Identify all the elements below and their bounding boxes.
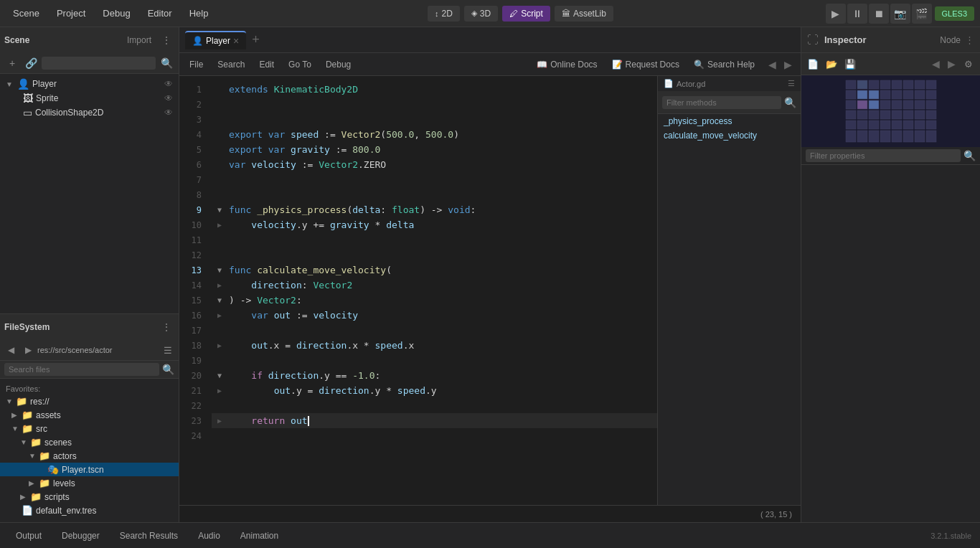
insp-nav-prev[interactable]: ◀ <box>928 57 943 71</box>
nav-prev-icon[interactable]: ◀ <box>765 57 779 72</box>
version-label: 3.2.1.stable <box>930 532 971 540</box>
ln-9: 9 <box>179 202 206 217</box>
method-item-physics[interactable]: _physics_process <box>658 114 801 128</box>
insp-settings-icon[interactable]: ⚙ <box>960 55 977 72</box>
book-icon: 📖 <box>537 60 547 70</box>
menu-scene[interactable]: Scene <box>6 5 47 22</box>
fs-layout-icon[interactable]: ☰ <box>160 342 176 358</box>
fs-item-levels[interactable]: ▶ 📁 levels <box>0 476 179 490</box>
svg-rect-9 <box>846 90 856 99</box>
fs-label-src: src <box>36 424 47 434</box>
svg-rect-4 <box>880 80 890 89</box>
menu-debug[interactable]: Debug <box>95 5 137 22</box>
search-files-input[interactable] <box>4 363 159 376</box>
inspector-header: ⛶ Inspector Node ⋮ <box>801 27 980 53</box>
player-eye-icon[interactable]: 👁 <box>164 79 173 89</box>
filter-methods-search-icon[interactable]: 🔍 <box>784 97 796 108</box>
stop-button[interactable]: ⏹ <box>869 4 889 24</box>
fs-item-assets[interactable]: ▶ 📁 assets <box>0 408 179 422</box>
search-files-icon[interactable]: 🔍 <box>162 364 174 375</box>
filter-nodes-search-icon[interactable]: 🔍 <box>159 55 174 71</box>
camera1-button[interactable]: 📷 <box>890 4 910 24</box>
mode-assetlib[interactable]: 🏛 AssetLib <box>555 6 613 22</box>
menu-editor[interactable]: Editor <box>141 5 179 22</box>
fs-back-button[interactable]: ◀ <box>3 342 19 358</box>
search-help-button[interactable]: 🔍 Search Help <box>689 58 759 71</box>
menu-help[interactable]: Help <box>182 5 216 22</box>
tab-player[interactable]: 👤 Player × <box>185 31 246 49</box>
insp-nav-next[interactable]: ▶ <box>944 57 958 71</box>
fs-forward-button[interactable]: ▶ <box>20 342 36 358</box>
add-node-button[interactable]: + <box>4 55 20 71</box>
fold-20[interactable]: ▼ <box>217 372 229 379</box>
toolbar-debug-btn[interactable]: Debug <box>321 58 355 71</box>
insp-save-icon[interactable]: 💾 <box>842 55 859 72</box>
method-item-calculate[interactable]: calculate_move_velocity <box>658 128 801 143</box>
code-editor[interactable]: extends KinematicBody2D export var speed… <box>212 76 657 505</box>
tab-debugger[interactable]: Debugger <box>55 528 107 544</box>
code-line-22 <box>212 398 657 413</box>
filter-properties-input[interactable] <box>806 149 961 162</box>
toolbar-goto-btn[interactable]: Go To <box>284 58 316 71</box>
menu-project[interactable]: Project <box>50 5 93 22</box>
fs-item-scenes[interactable]: ▼ 📁 scenes <box>0 435 179 449</box>
folder-icon-scenes: 📁 <box>30 437 42 448</box>
nav-arrows: ◀ ▶ <box>765 57 795 72</box>
tree-item-player[interactable]: ▼ 👤 Player 👁 <box>0 77 179 91</box>
fold-9[interactable]: ▼ <box>217 206 229 214</box>
import-button[interactable]: Import <box>123 34 156 47</box>
fs-item-actors[interactable]: ▼ 📁 actors <box>0 449 179 463</box>
fs-item-player-tscn[interactable]: 🎭 Player.tscn <box>0 463 179 476</box>
tab-output[interactable]: Output <box>9 528 49 544</box>
file-scene-icon: 🎭 <box>47 464 59 475</box>
tab-search-results[interactable]: Search Results <box>113 528 185 544</box>
code-line-5: export var gravity := 800.0 <box>212 142 657 157</box>
tab-close-icon[interactable]: × <box>233 35 239 47</box>
tab-animation[interactable]: Animation <box>233 528 286 544</box>
filter-nodes-input[interactable] <box>42 57 156 70</box>
collision-eye-icon[interactable]: 👁 <box>164 108 173 118</box>
expand-icon[interactable]: ⛶ <box>807 34 819 47</box>
tree-item-collision[interactable]: ▭ CollisionShape2D 👁 <box>0 105 179 120</box>
toolbar-file-btn[interactable]: File <box>185 58 207 71</box>
insp-new-icon[interactable]: 📄 <box>804 55 821 72</box>
insp-open-icon[interactable]: 📂 <box>823 55 840 72</box>
fs-more-icon[interactable]: ⋮ <box>159 319 174 335</box>
filter-methods-input[interactable] <box>662 96 781 109</box>
asset-icon: 🏛 <box>562 9 570 19</box>
ln-19: 19 <box>179 353 206 368</box>
tab-add-button[interactable]: + <box>249 32 263 47</box>
fs-item-default-env[interactable]: 📄 default_env.tres <box>0 504 179 517</box>
fs-arrow-levels: ▶ <box>29 479 36 487</box>
online-docs-button[interactable]: 📖 Online Docs <box>532 58 601 71</box>
sprite-eye-icon[interactable]: 👁 <box>164 93 173 103</box>
toolbar-edit-btn[interactable]: Edit <box>255 58 278 71</box>
toolbar-search-btn[interactable]: Search <box>213 58 249 71</box>
request-docs-button[interactable]: 📝 Request Docs <box>608 58 684 71</box>
link-node-button[interactable]: 🔗 <box>23 55 39 71</box>
inspector-more-icon[interactable]: ⋮ <box>965 34 974 45</box>
nav-next-icon[interactable]: ▶ <box>781 57 795 72</box>
inspector-node-button[interactable]: Node <box>936 34 965 47</box>
fs-item-root[interactable]: ▼ 📁 res:// <box>0 395 179 408</box>
fs-item-src[interactable]: ▼ 📁 src <box>0 422 179 435</box>
ln-17: 17 <box>179 323 206 338</box>
play-button[interactable]: ▶ <box>826 4 846 24</box>
tree-item-sprite[interactable]: 🖼 Sprite 👁 <box>0 91 179 105</box>
svg-rect-37 <box>892 121 902 129</box>
tab-audio[interactable]: Audio <box>191 528 227 544</box>
fold-13[interactable]: ▼ <box>217 266 229 274</box>
scene-more-icon[interactable]: ⋮ <box>159 32 174 48</box>
filter-props-search-icon[interactable]: 🔍 <box>963 150 976 161</box>
methods-options-icon[interactable]: ☰ <box>788 79 795 88</box>
svg-rect-16 <box>926 90 936 99</box>
mode-script[interactable]: 🖊 Script <box>502 6 550 22</box>
pause-button[interactable]: ⏸ <box>847 4 867 24</box>
ln-5: 5 <box>179 142 206 157</box>
mode-3d[interactable]: ◈ 3D <box>464 6 498 22</box>
mode-2d[interactable]: ↕ 2D <box>428 6 460 22</box>
fold-15[interactable]: ▼ <box>217 296 229 304</box>
gles-badge[interactable]: GLES3 <box>935 6 974 21</box>
fs-item-scripts[interactable]: ▶ 📁 scripts <box>0 490 179 504</box>
camera2-button[interactable]: 🎬 <box>912 4 932 24</box>
